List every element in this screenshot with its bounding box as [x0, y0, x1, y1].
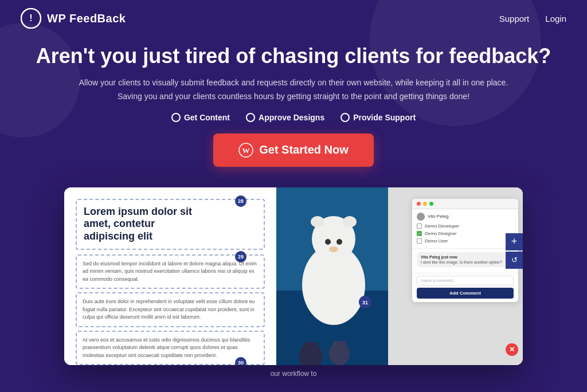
logo-text: WP FeedBack	[47, 12, 126, 25]
annotation-badge-29: 29	[235, 251, 246, 262]
checkbox-designer[interactable]	[417, 231, 422, 236]
preview-section: Lorem ipsum dolor sitamet, con­teturadip…	[0, 178, 587, 365]
side-panel-buttons: + ↺	[506, 233, 523, 269]
support-link[interactable]: Support	[499, 14, 530, 23]
pill-approve-designs: Approve Designs	[246, 113, 324, 122]
mockup-text-3: At vero eos et accusamus et iusto odio d…	[83, 336, 258, 360]
svg-text:31: 31	[362, 300, 368, 305]
comment-bubble: Vito Peleg just now I dont like this ima…	[417, 252, 514, 267]
hero-subtext-1: Allow your clients to visually submit fe…	[70, 76, 517, 104]
header: ! WP FeedBack Support Login	[0, 0, 587, 37]
svg-point-9	[343, 216, 357, 228]
mockup-headline: Lorem ipsum dolor sitamet, con­teturadip…	[84, 206, 257, 243]
pill-get-content: Get Content	[171, 113, 230, 122]
login-link[interactable]: Login	[545, 14, 566, 23]
current-user-name: Vito Peleg	[428, 214, 448, 219]
pill-circle-2	[246, 113, 255, 122]
comment-text: I dont like this image. Is there another…	[421, 260, 510, 264]
hero-headline: Aren't you just tired of chasing clients…	[34, 44, 553, 68]
user-designer: Demo Designer	[425, 231, 457, 236]
pill-circle-3	[341, 113, 350, 122]
svg-rect-16	[333, 341, 346, 357]
close-button[interactable]: ✕	[506, 343, 518, 356]
annotation-badge-30: 30	[235, 357, 246, 365]
mockup-text-2: Duis aute irure dolor in reprehenderit i…	[83, 298, 258, 322]
dot-yellow	[423, 202, 427, 206]
checkbox-user[interactable]	[417, 238, 422, 244]
wordpress-icon: W	[238, 143, 253, 158]
user-demouser: Demo User	[425, 238, 448, 244]
add-comment-button[interactable]: Add Comment	[417, 288, 514, 299]
logo-area: ! WP FeedBack	[21, 8, 126, 29]
user-developer: Demo Developer	[425, 224, 459, 229]
comment-author: Vito Peleg just now	[421, 255, 510, 259]
cta-button[interactable]: W Get Started Now	[213, 134, 374, 167]
user-list-item-2[interactable]: Demo Designer	[417, 230, 514, 237]
hero-section: Aren't you just tired of chasing clients…	[0, 37, 587, 178]
mockup-left: Lorem ipsum dolor sitamet, con­teturadip…	[64, 187, 276, 365]
mockup-text-1: Sed do eiusmod tempor incididunt ut labo…	[83, 260, 258, 284]
pill-provide-support: Provide Support	[341, 113, 416, 122]
mockup-text-block-3: At vero eos et accusamus et iusto odio d…	[76, 331, 265, 365]
svg-point-10	[325, 239, 331, 245]
logo-icon: !	[21, 8, 41, 29]
user-list-item-3[interactable]: Demo User	[417, 237, 514, 245]
user-avatar	[417, 213, 425, 221]
svg-point-11	[336, 239, 342, 245]
mockup-text-block-1: Sed do eiusmod tempor incididunt ut labo…	[76, 254, 265, 289]
comment-input-area: Leave a comment... Add Comment	[412, 273, 518, 302]
svg-point-8	[311, 216, 324, 228]
feature-pills: Get Content Approve Designs Provide Supp…	[34, 113, 553, 122]
mockup-text-block-2: Duis aute irure dolor in reprehenderit i…	[76, 292, 265, 327]
svg-point-12	[329, 246, 338, 252]
dot-green	[429, 202, 433, 206]
svg-rect-14	[304, 342, 318, 359]
comment-message-area: Vito Peleg just now I dont like this ima…	[412, 249, 518, 273]
mockup-headline-box: Lorem ipsum dolor sitamet, con­teturadip…	[76, 199, 265, 250]
redo-button[interactable]: ↺	[506, 252, 523, 269]
annotation-badge-28: 28	[235, 195, 246, 207]
mockup-right: 31 Vito Peleg De	[276, 187, 523, 365]
comment-input-mock[interactable]: Leave a comment...	[417, 276, 514, 285]
polar-bear-image: 31	[276, 187, 388, 365]
plus-button[interactable]: +	[506, 233, 523, 250]
bottom-hint: our workflow to	[0, 365, 587, 382]
svg-text:W: W	[242, 146, 250, 155]
comment-current-user-row: Vito Peleg	[417, 213, 514, 221]
comment-panel-header	[412, 199, 518, 209]
user-list-item-1[interactable]: Demo Developer	[417, 222, 514, 230]
preview-card: Lorem ipsum dolor sitamet, con­teturadip…	[64, 187, 523, 365]
nav-links: Support Login	[499, 14, 566, 23]
comment-panel: Vito Peleg Demo Developer Demo Designer …	[412, 199, 518, 302]
comment-user-section: Vito Peleg Demo Developer Demo Designer …	[412, 209, 518, 249]
pill-circle-1	[171, 113, 181, 122]
dot-red	[417, 202, 421, 206]
checkbox-developer[interactable]	[417, 224, 422, 229]
svg-text:!: !	[29, 13, 32, 23]
